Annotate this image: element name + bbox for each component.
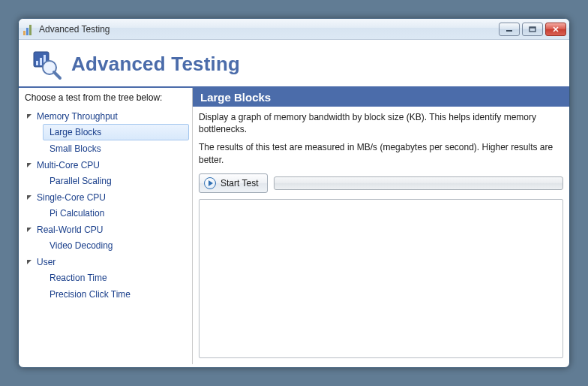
description-line: The results of this test are measured in…	[199, 141, 563, 165]
tree-group-header[interactable]: Single-Core CPU	[22, 190, 189, 205]
test-tree[interactable]: Memory ThroughputLarge BlocksSmall Block…	[19, 107, 192, 306]
sidebar-prompt: Choose a test from the tree below:	[19, 88, 192, 107]
tree-item[interactable]: Large Blocks	[43, 124, 189, 140]
start-test-label: Start Test	[220, 178, 258, 188]
expand-arrow-icon	[25, 225, 34, 234]
tree-group: UserReaction TimePrecision Click Time	[22, 255, 189, 303]
progress-bar	[274, 176, 563, 190]
tree-group: Memory ThroughputLarge BlocksSmall Block…	[22, 109, 189, 157]
main-panel: Large Blocks Display a graph of memory b…	[193, 88, 569, 364]
tree-item[interactable]: Video Decoding	[43, 237, 189, 254]
description-line: Display a graph of memory bandwidth by b…	[199, 111, 563, 135]
tree-item[interactable]: Precision Click Time	[43, 286, 189, 303]
tree-group: Single-Core CPUPi Calculation	[22, 190, 189, 222]
tree-group: Real-World CPUVideo Decoding	[22, 222, 189, 254]
section-title: Large Blocks	[193, 88, 569, 107]
tree-group-header[interactable]: User	[22, 255, 189, 270]
tree-item[interactable]: Small Blocks	[43, 140, 189, 157]
titlebar[interactable]: Advanced Testing	[19, 19, 569, 40]
expand-arrow-icon	[25, 193, 34, 202]
tree-group-label: Single-Core CPU	[37, 192, 106, 203]
action-row: Start Test	[199, 173, 563, 193]
expand-arrow-icon	[25, 112, 34, 121]
app-icon	[23, 23, 35, 35]
maximize-button[interactable]	[522, 23, 543, 36]
start-test-button[interactable]: Start Test	[199, 173, 268, 193]
tree-item[interactable]: Reaction Time	[43, 270, 189, 286]
svg-rect-7	[40, 58, 42, 65]
tree-group-header[interactable]: Multi-Core CPU	[22, 158, 189, 173]
close-button[interactable]	[545, 23, 566, 36]
magnifier-chart-icon	[29, 47, 62, 80]
page-title: Advanced Testing	[71, 53, 240, 76]
tree-group-header[interactable]: Real-World CPU	[22, 222, 189, 237]
tree-group-label: Multi-Core CPU	[37, 160, 100, 170]
tree-item[interactable]: Pi Calculation	[43, 205, 189, 222]
tree-group-label: User	[37, 257, 56, 267]
window-title: Advanced Testing	[39, 24, 110, 35]
play-icon	[204, 177, 216, 189]
expand-arrow-icon	[25, 161, 34, 170]
tree-group-label: Memory Throughput	[37, 111, 118, 122]
app-window: Advanced Testing Advanced Testin	[18, 18, 570, 368]
result-area	[199, 199, 563, 358]
tree-group-header[interactable]: Memory Throughput	[22, 109, 189, 124]
expand-arrow-icon	[25, 258, 34, 267]
svg-rect-6	[36, 61, 38, 65]
sidebar: Choose a test from the tree below: Memor…	[19, 88, 193, 364]
test-description: Display a graph of memory bandwidth by b…	[199, 111, 563, 172]
header-banner: Advanced Testing	[19, 40, 569, 88]
tree-group: Multi-Core CPUParallel Scaling	[22, 158, 189, 189]
minimize-button[interactable]	[499, 23, 520, 36]
tree-item[interactable]: Parallel Scaling	[43, 173, 189, 189]
tree-group-label: Real-World CPU	[37, 225, 103, 235]
window-controls	[499, 23, 566, 36]
svg-line-10	[54, 72, 60, 78]
body-area: Choose a test from the tree below: Memor…	[19, 88, 569, 364]
